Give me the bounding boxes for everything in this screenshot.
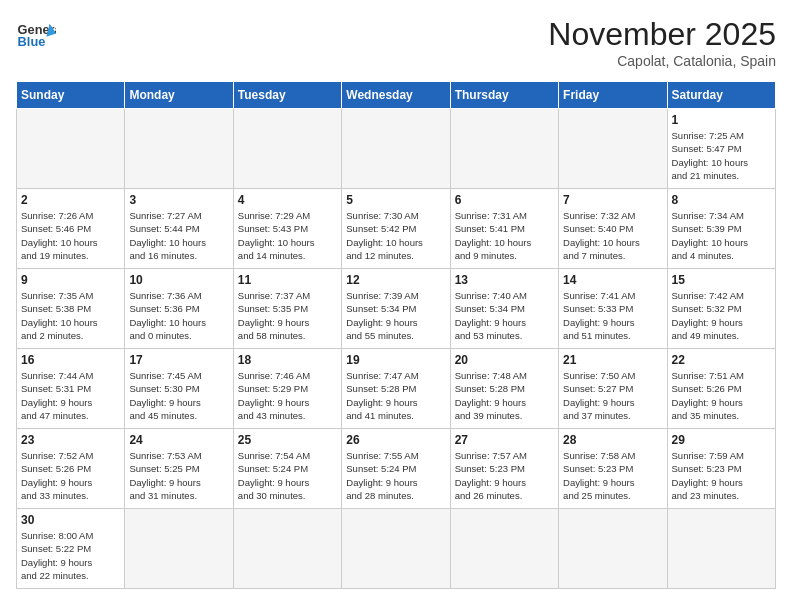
calendar-week-row: 1Sunrise: 7:25 AM Sunset: 5:47 PM Daylig…: [17, 109, 776, 189]
day-number: 10: [129, 273, 228, 287]
day-number: 15: [672, 273, 771, 287]
day-info: Sunrise: 7:59 AM Sunset: 5:23 PM Dayligh…: [672, 449, 771, 502]
day-number: 30: [21, 513, 120, 527]
header: General Blue November 2025 Capolat, Cata…: [16, 16, 776, 69]
calendar-body: 1Sunrise: 7:25 AM Sunset: 5:47 PM Daylig…: [17, 109, 776, 589]
calendar-table: SundayMondayTuesdayWednesdayThursdayFrid…: [16, 81, 776, 589]
calendar-cell: 27Sunrise: 7:57 AM Sunset: 5:23 PM Dayli…: [450, 429, 558, 509]
calendar-cell: 30Sunrise: 8:00 AM Sunset: 5:22 PM Dayli…: [17, 509, 125, 589]
day-info: Sunrise: 7:25 AM Sunset: 5:47 PM Dayligh…: [672, 129, 771, 182]
day-info: Sunrise: 7:45 AM Sunset: 5:30 PM Dayligh…: [129, 369, 228, 422]
calendar-cell: 7Sunrise: 7:32 AM Sunset: 5:40 PM Daylig…: [559, 189, 667, 269]
calendar-header-cell: Saturday: [667, 82, 775, 109]
day-number: 23: [21, 433, 120, 447]
day-number: 25: [238, 433, 337, 447]
logo: General Blue: [16, 16, 56, 56]
day-info: Sunrise: 7:52 AM Sunset: 5:26 PM Dayligh…: [21, 449, 120, 502]
calendar-cell: [233, 509, 341, 589]
day-number: 21: [563, 353, 662, 367]
calendar-cell: 24Sunrise: 7:53 AM Sunset: 5:25 PM Dayli…: [125, 429, 233, 509]
day-info: Sunrise: 7:57 AM Sunset: 5:23 PM Dayligh…: [455, 449, 554, 502]
calendar-cell: 21Sunrise: 7:50 AM Sunset: 5:27 PM Dayli…: [559, 349, 667, 429]
calendar-header-cell: Friday: [559, 82, 667, 109]
day-info: Sunrise: 7:42 AM Sunset: 5:32 PM Dayligh…: [672, 289, 771, 342]
calendar-cell: 9Sunrise: 7:35 AM Sunset: 5:38 PM Daylig…: [17, 269, 125, 349]
day-number: 11: [238, 273, 337, 287]
day-number: 5: [346, 193, 445, 207]
calendar-cell: 8Sunrise: 7:34 AM Sunset: 5:39 PM Daylig…: [667, 189, 775, 269]
month-title: November 2025: [548, 16, 776, 53]
calendar-cell: 2Sunrise: 7:26 AM Sunset: 5:46 PM Daylig…: [17, 189, 125, 269]
calendar-cell: 14Sunrise: 7:41 AM Sunset: 5:33 PM Dayli…: [559, 269, 667, 349]
calendar-cell: [233, 109, 341, 189]
day-info: Sunrise: 7:54 AM Sunset: 5:24 PM Dayligh…: [238, 449, 337, 502]
calendar-cell: 22Sunrise: 7:51 AM Sunset: 5:26 PM Dayli…: [667, 349, 775, 429]
calendar-cell: 29Sunrise: 7:59 AM Sunset: 5:23 PM Dayli…: [667, 429, 775, 509]
calendar-cell: 25Sunrise: 7:54 AM Sunset: 5:24 PM Dayli…: [233, 429, 341, 509]
calendar-cell: 6Sunrise: 7:31 AM Sunset: 5:41 PM Daylig…: [450, 189, 558, 269]
day-info: Sunrise: 7:35 AM Sunset: 5:38 PM Dayligh…: [21, 289, 120, 342]
day-info: Sunrise: 7:50 AM Sunset: 5:27 PM Dayligh…: [563, 369, 662, 422]
calendar-cell: 12Sunrise: 7:39 AM Sunset: 5:34 PM Dayli…: [342, 269, 450, 349]
day-info: Sunrise: 7:55 AM Sunset: 5:24 PM Dayligh…: [346, 449, 445, 502]
calendar-cell: 4Sunrise: 7:29 AM Sunset: 5:43 PM Daylig…: [233, 189, 341, 269]
calendar-cell: [125, 109, 233, 189]
calendar-cell: 23Sunrise: 7:52 AM Sunset: 5:26 PM Dayli…: [17, 429, 125, 509]
calendar-cell: 19Sunrise: 7:47 AM Sunset: 5:28 PM Dayli…: [342, 349, 450, 429]
calendar-cell: 3Sunrise: 7:27 AM Sunset: 5:44 PM Daylig…: [125, 189, 233, 269]
calendar-cell: [125, 509, 233, 589]
day-info: Sunrise: 8:00 AM Sunset: 5:22 PM Dayligh…: [21, 529, 120, 582]
calendar-header-cell: Monday: [125, 82, 233, 109]
calendar-cell: [17, 109, 125, 189]
day-number: 26: [346, 433, 445, 447]
day-info: Sunrise: 7:34 AM Sunset: 5:39 PM Dayligh…: [672, 209, 771, 262]
calendar-cell: [450, 109, 558, 189]
day-info: Sunrise: 7:48 AM Sunset: 5:28 PM Dayligh…: [455, 369, 554, 422]
day-info: Sunrise: 7:41 AM Sunset: 5:33 PM Dayligh…: [563, 289, 662, 342]
calendar-header-cell: Thursday: [450, 82, 558, 109]
calendar-header-cell: Sunday: [17, 82, 125, 109]
calendar-cell: 15Sunrise: 7:42 AM Sunset: 5:32 PM Dayli…: [667, 269, 775, 349]
day-info: Sunrise: 7:53 AM Sunset: 5:25 PM Dayligh…: [129, 449, 228, 502]
day-number: 4: [238, 193, 337, 207]
calendar-cell: [450, 509, 558, 589]
calendar-header-row: SundayMondayTuesdayWednesdayThursdayFrid…: [17, 82, 776, 109]
day-number: 14: [563, 273, 662, 287]
day-info: Sunrise: 7:58 AM Sunset: 5:23 PM Dayligh…: [563, 449, 662, 502]
calendar-cell: 18Sunrise: 7:46 AM Sunset: 5:29 PM Dayli…: [233, 349, 341, 429]
calendar-week-row: 9Sunrise: 7:35 AM Sunset: 5:38 PM Daylig…: [17, 269, 776, 349]
calendar-cell: [342, 109, 450, 189]
calendar-week-row: 30Sunrise: 8:00 AM Sunset: 5:22 PM Dayli…: [17, 509, 776, 589]
day-info: Sunrise: 7:51 AM Sunset: 5:26 PM Dayligh…: [672, 369, 771, 422]
calendar-header-cell: Wednesday: [342, 82, 450, 109]
calendar-week-row: 23Sunrise: 7:52 AM Sunset: 5:26 PM Dayli…: [17, 429, 776, 509]
day-number: 22: [672, 353, 771, 367]
day-number: 27: [455, 433, 554, 447]
calendar-cell: [342, 509, 450, 589]
day-info: Sunrise: 7:26 AM Sunset: 5:46 PM Dayligh…: [21, 209, 120, 262]
day-number: 12: [346, 273, 445, 287]
day-info: Sunrise: 7:47 AM Sunset: 5:28 PM Dayligh…: [346, 369, 445, 422]
day-number: 16: [21, 353, 120, 367]
day-number: 17: [129, 353, 228, 367]
calendar-cell: 16Sunrise: 7:44 AM Sunset: 5:31 PM Dayli…: [17, 349, 125, 429]
calendar-cell: 5Sunrise: 7:30 AM Sunset: 5:42 PM Daylig…: [342, 189, 450, 269]
day-info: Sunrise: 7:46 AM Sunset: 5:29 PM Dayligh…: [238, 369, 337, 422]
day-info: Sunrise: 7:37 AM Sunset: 5:35 PM Dayligh…: [238, 289, 337, 342]
calendar-week-row: 2Sunrise: 7:26 AM Sunset: 5:46 PM Daylig…: [17, 189, 776, 269]
day-info: Sunrise: 7:39 AM Sunset: 5:34 PM Dayligh…: [346, 289, 445, 342]
calendar-cell: 13Sunrise: 7:40 AM Sunset: 5:34 PM Dayli…: [450, 269, 558, 349]
calendar-cell: 1Sunrise: 7:25 AM Sunset: 5:47 PM Daylig…: [667, 109, 775, 189]
day-number: 20: [455, 353, 554, 367]
day-number: 28: [563, 433, 662, 447]
day-number: 2: [21, 193, 120, 207]
calendar-cell: 17Sunrise: 7:45 AM Sunset: 5:30 PM Dayli…: [125, 349, 233, 429]
day-info: Sunrise: 7:30 AM Sunset: 5:42 PM Dayligh…: [346, 209, 445, 262]
day-number: 1: [672, 113, 771, 127]
calendar-cell: 20Sunrise: 7:48 AM Sunset: 5:28 PM Dayli…: [450, 349, 558, 429]
calendar-cell: [559, 109, 667, 189]
day-number: 13: [455, 273, 554, 287]
day-number: 9: [21, 273, 120, 287]
svg-text:Blue: Blue: [18, 34, 46, 49]
day-number: 6: [455, 193, 554, 207]
